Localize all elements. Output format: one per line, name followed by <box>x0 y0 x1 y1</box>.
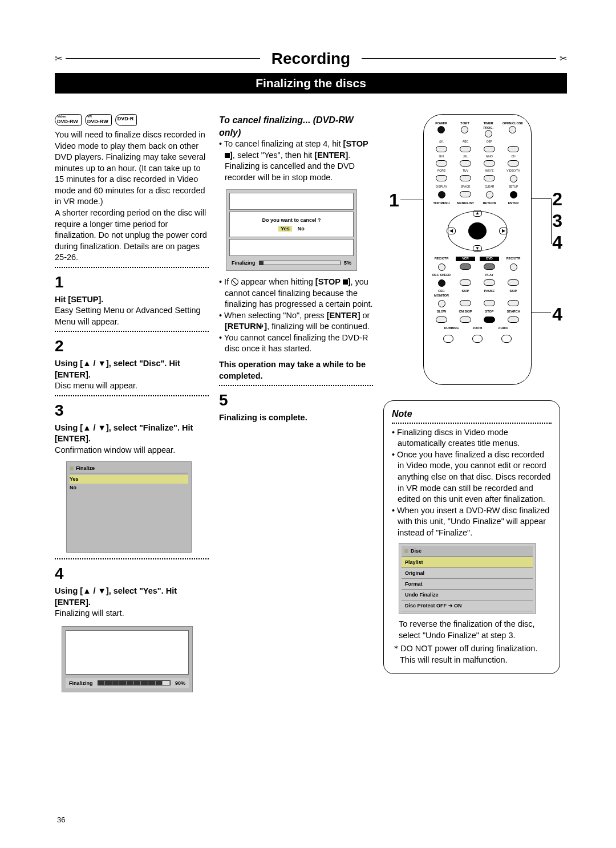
lbl: DVD <box>480 257 499 261</box>
num-6-button[interactable] <box>484 160 495 167</box>
stop-button[interactable] <box>484 317 495 323</box>
progress-label: Finalizing <box>69 680 93 687</box>
step-3-number: 3 <box>55 400 209 421</box>
cancel-dialog-screen: Do you want to cancel ? Yes No Finalizin… <box>226 189 357 271</box>
video-tv-button[interactable] <box>510 175 517 182</box>
disc-menu-item: Original <box>402 568 533 579</box>
rec-l-button[interactable] <box>438 263 445 271</box>
num-8-button[interactable] <box>460 175 471 181</box>
tset-button[interactable] <box>461 126 468 133</box>
dpad-right-button[interactable]: ▶ <box>499 228 508 234</box>
search-button[interactable] <box>508 317 519 323</box>
cancel-bullets-2: If appear when hitting [STOP ], you cann… <box>219 277 373 355</box>
lbl: MENU/LIST <box>456 201 475 205</box>
stop-icon <box>225 153 230 158</box>
step-3-heading: Using [▲ / ▼], select "Finalize". Hit [E… <box>55 423 209 445</box>
ch-up-button[interactable] <box>508 146 519 152</box>
finalize-menu-title: Finalize <box>76 465 95 472</box>
step-4-heading: Using [▲ / ▼], select "Yes". Hit [ENTER]… <box>55 586 209 608</box>
recmon-button[interactable] <box>438 300 445 307</box>
skip-fwd-button[interactable] <box>508 300 519 306</box>
numlbl: WXYZ <box>480 169 499 173</box>
lbl: SKIP <box>456 289 475 298</box>
note-item: Finalizing discs in Video mode automatic… <box>392 427 552 449</box>
num-0-button[interactable] <box>460 191 471 197</box>
step-2-heading: Using [▲ / ▼], select "Disc". Hit [ENTER… <box>55 358 209 380</box>
page-title: Recording <box>264 48 358 70</box>
note-divider <box>392 423 552 424</box>
num-2-button[interactable] <box>460 146 471 152</box>
finalize-opt-yes: Yes <box>70 475 188 483</box>
cmskip-button[interactable] <box>460 317 471 323</box>
lbl-open: OPEN/CLOSE <box>502 121 523 125</box>
play-button[interactable] <box>484 279 495 286</box>
lbl: PLAY <box>480 273 499 277</box>
num-1-button[interactable] <box>436 146 447 152</box>
zoom-button[interactable] <box>472 335 483 343</box>
column-1: VideoDVD-RW VRDVD-RW DVD-R You will need… <box>55 114 209 699</box>
lbl: PAUSE <box>480 289 499 298</box>
badge-dvd-rw-vr: VRDVD-RW <box>85 114 112 126</box>
pause-button[interactable] <box>484 300 495 306</box>
display-button[interactable] <box>438 191 445 198</box>
rew-button[interactable] <box>460 279 471 286</box>
step-5-heading: Finalizing is complete. <box>219 412 373 424</box>
note-item: Once you have finalized a disc recorded … <box>392 449 552 505</box>
num-5-button[interactable] <box>460 160 471 167</box>
step-5-number: 5 <box>219 389 373 411</box>
skip-back-button[interactable] <box>460 300 471 306</box>
setup-button[interactable] <box>510 191 517 198</box>
lbl: VCR <box>456 257 475 261</box>
rec-r-button[interactable] <box>510 263 517 271</box>
dpad-down-button[interactable]: ▼ <box>473 245 482 252</box>
remote-area: 1 2 3 4 4 POWER T-SET TIMER PROG. OPEN/C… <box>383 114 560 393</box>
vcr-button[interactable] <box>460 263 471 270</box>
divider <box>219 385 373 386</box>
page-number: 36 <box>57 815 65 825</box>
open-button[interactable] <box>509 126 516 133</box>
lbl: REC/OTR <box>432 257 451 261</box>
warn-text: This operation may take a while to be co… <box>219 359 373 382</box>
numlbl <box>504 140 523 144</box>
dpad-up-button[interactable]: ▲ <box>473 210 482 217</box>
note-after-text: To reverse the finalization of the disc,… <box>392 619 552 641</box>
timer-button[interactable] <box>485 130 492 137</box>
divider <box>55 558 209 559</box>
callout-4a: 4 <box>552 230 562 255</box>
disc-menu-item: Undo Finalize <box>402 590 533 601</box>
numlbl: PQRS <box>432 169 451 173</box>
recspeed-button[interactable] <box>438 279 445 287</box>
clear-button[interactable] <box>486 191 493 198</box>
dubbing-button[interactable] <box>443 335 453 343</box>
remote-control: POWER T-SET TIMER PROG. OPEN/CLOSE @!. A… <box>423 114 532 385</box>
num-7-button[interactable] <box>436 175 447 181</box>
divider <box>55 267 209 268</box>
cancel-b2a: If appear when hitting [STOP ], you cann… <box>219 277 373 310</box>
lbl: REC SPEED <box>432 273 451 277</box>
lbl: REC MONITOR <box>432 289 451 298</box>
numlbl: VIDEO/TV <box>504 169 523 173</box>
header-rule-right <box>362 58 556 59</box>
num-9-button[interactable] <box>484 175 495 181</box>
disc-menu-item: Format <box>402 579 533 590</box>
audio-button[interactable] <box>501 335 512 343</box>
numlbl: MNO <box>480 155 499 159</box>
divider <box>55 331 209 332</box>
callout-2: 2 <box>552 187 562 212</box>
dpad-left-button[interactable]: ◀ <box>447 228 456 234</box>
cancel-heading: To cancel finalizing... (DVD-RW only) <box>219 114 373 139</box>
badge-dvd-r: DVD-R <box>115 114 137 126</box>
badge-dvd-rw-video: VideoDVD-RW <box>55 114 82 126</box>
slow-button[interactable] <box>436 317 447 323</box>
page-header: ✂ Recording ✂ Finalizing the discs <box>55 48 567 94</box>
dvd-button[interactable] <box>484 263 495 270</box>
power-button[interactable] <box>437 126 445 133</box>
ff-button[interactable] <box>508 279 519 286</box>
num-3-button[interactable] <box>484 146 495 152</box>
numlbl: GHI <box>432 155 451 159</box>
num-4-button[interactable] <box>436 160 447 167</box>
ch-dn-button[interactable] <box>508 160 519 167</box>
cancel-no: No <box>298 226 305 232</box>
lbl: AUDIO <box>493 326 514 330</box>
step-4-body: Finalizing will start. <box>55 608 209 619</box>
